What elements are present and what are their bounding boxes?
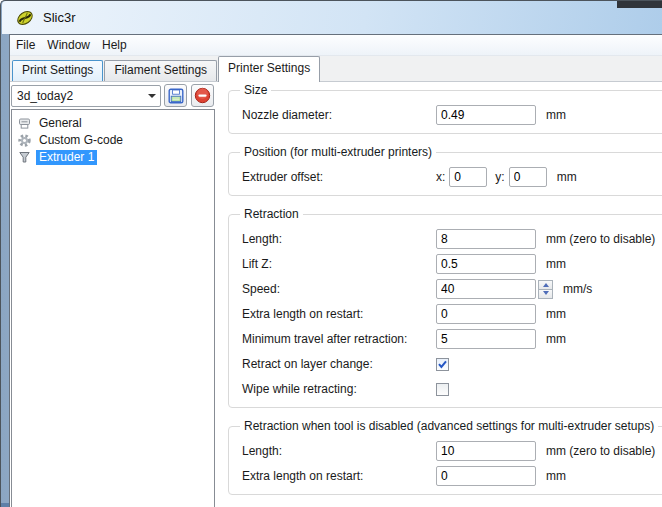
minimum-travel-after-retraction-input[interactable] — [436, 329, 536, 349]
length-input[interactable] — [436, 229, 536, 249]
field-label: Speed: — [242, 282, 436, 296]
menu-file[interactable]: File — [10, 36, 41, 54]
check-icon — [437, 359, 448, 370]
setting-row: Speed:mm/s — [242, 279, 662, 299]
group-size: SizeNozzle diameter:mm — [228, 83, 662, 134]
setting-row: Nozzle diameter:mm — [242, 105, 662, 125]
group-retraction: RetractionLength:mm (zero to disable)Lif… — [228, 207, 662, 408]
extruder-offset-y-input[interactable] — [509, 167, 547, 187]
field-label: Lift Z: — [242, 257, 436, 271]
save-icon — [168, 88, 184, 104]
unit-label: mm/s — [563, 282, 592, 296]
gear-icon — [18, 134, 31, 147]
tree-item-label: Extruder 1 — [36, 150, 97, 165]
delete-preset-button[interactable] — [191, 84, 214, 107]
app-window: Slic3r File Window Help Print Settings F… — [0, 0, 662, 507]
preset-value: 3d_today2 — [12, 89, 143, 103]
unit-label: mm — [546, 469, 566, 483]
menu-window[interactable]: Window — [41, 36, 96, 54]
group-title: Retraction when tool is disabled (advanc… — [240, 419, 658, 433]
tab-bar: Print Settings Filament Settings Printer… — [10, 56, 662, 82]
setting-row: Retract on layer change: — [242, 354, 662, 374]
window-title: Slic3r — [43, 10, 76, 25]
background-window-fragment — [617, 1, 662, 8]
unit-label: mm — [546, 307, 566, 321]
settings-tree[interactable]: General Custom G-code Extruder 1 — [11, 109, 215, 507]
unit-label: mm (zero to disable) — [546, 232, 655, 246]
up-arrow-icon — [543, 280, 549, 287]
tree-item-extruder-1[interactable]: Extruder 1 — [12, 149, 214, 166]
group-title: Retraction — [240, 207, 303, 221]
retract-on-layer-change-checkbox[interactable] — [436, 358, 449, 371]
save-preset-button[interactable] — [164, 84, 187, 107]
setting-row: Length:mm (zero to disable) — [242, 441, 662, 461]
funnel-icon — [18, 151, 31, 164]
field-label: Retract on layer change: — [242, 357, 436, 371]
menubar: File Window Help — [10, 35, 662, 56]
setting-row: Extruder offset:x:y:mm — [242, 167, 662, 187]
group-title: Size — [240, 83, 271, 97]
speed-input[interactable] — [436, 279, 536, 299]
extruder-offset-x-input[interactable] — [449, 167, 487, 187]
preset-select[interactable]: 3d_today2 — [11, 85, 161, 107]
field-label: Wipe while retracting: — [242, 382, 436, 396]
titlebar[interactable]: Slic3r — [2, 1, 662, 34]
setting-row: Lift Z:mm — [242, 254, 662, 274]
y-label: y: — [495, 170, 504, 184]
tree-item-label: Custom G-code — [36, 133, 126, 148]
settings-sections: SizeNozzle diameter:mmPosition (for mult… — [228, 83, 662, 506]
unit-label: mm — [557, 170, 577, 184]
unit-label: mm (zero to disable) — [546, 444, 655, 458]
window-frame-corner — [1, 503, 9, 507]
extra-length-on-restart-input[interactable] — [436, 466, 536, 486]
unit-label: mm — [546, 257, 566, 271]
tab-filament-settings[interactable]: Filament Settings — [104, 60, 217, 81]
tree-item-custom-g-code[interactable]: Custom G-code — [12, 132, 214, 149]
tab-printer-settings[interactable]: Printer Settings — [218, 56, 320, 82]
field-label: Length: — [242, 232, 436, 246]
setting-row: Extra length on restart:mm — [242, 466, 662, 486]
down-arrow-icon — [543, 291, 549, 298]
x-label: x: — [436, 170, 445, 184]
field-label: Extruder offset: — [242, 170, 436, 184]
speed-spinner — [538, 280, 553, 299]
slic3r-logo-icon — [15, 8, 35, 28]
field-label: Minimum travel after retraction: — [242, 332, 436, 346]
group-title: Position (for multi-extruder printers) — [240, 145, 436, 159]
field-label: Extra length on restart: — [242, 469, 436, 483]
client-area: File Window Help Print Settings Filament… — [9, 34, 662, 507]
extra-length-on-restart-input[interactable] — [436, 304, 536, 324]
menu-help[interactable]: Help — [96, 36, 133, 54]
field-label: Length: — [242, 444, 436, 458]
wipe-while-retracting-checkbox[interactable] — [436, 383, 449, 396]
group-position-for-multi-extruder-printers: Position (for multi-extruder printers)Ex… — [228, 145, 662, 196]
spin-down-button[interactable] — [538, 289, 553, 299]
printer-icon — [18, 117, 31, 130]
nozzle-diameter-input[interactable] — [436, 105, 536, 125]
tree-item-general[interactable]: General — [12, 115, 214, 132]
tree-item-label: General — [36, 116, 85, 131]
group-retraction-when-tool-is-disabled-advanced-settings-for-multi-extruder-setups: Retraction when tool is disabled (advanc… — [228, 419, 662, 495]
printer-settings-page: 3d_today2 — [10, 82, 662, 507]
setting-row: Length:mm (zero to disable) — [242, 229, 662, 249]
field-label: Nozzle diameter: — [242, 108, 436, 122]
length-input[interactable] — [436, 441, 536, 461]
delete-icon — [194, 87, 211, 104]
setting-row: Wipe while retracting: — [242, 379, 662, 399]
tab-print-settings[interactable]: Print Settings — [12, 60, 103, 81]
setting-row: Minimum travel after retraction:mm — [242, 329, 662, 349]
chevron-down-icon — [143, 90, 160, 102]
unit-label: mm — [546, 108, 566, 122]
unit-label: mm — [546, 332, 566, 346]
lift-z-input[interactable] — [436, 254, 536, 274]
setting-row: Extra length on restart:mm — [242, 304, 662, 324]
field-label: Extra length on restart: — [242, 307, 436, 321]
